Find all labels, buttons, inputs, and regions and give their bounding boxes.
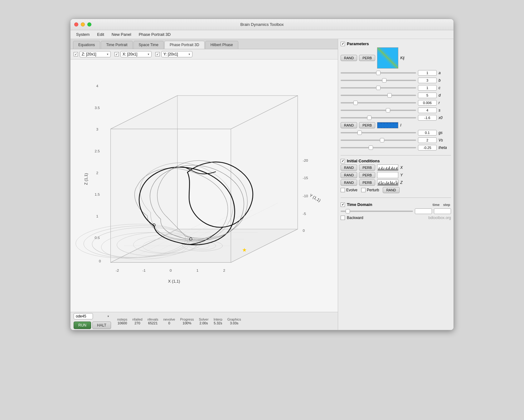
param-a-row: a xyxy=(341,70,451,76)
backward-checkbox[interactable] xyxy=(341,216,345,220)
time-value-input[interactable]: 100 xyxy=(415,208,432,214)
ic-x-row: RAND PERB xyxy=(341,165,451,171)
time-slider-area[interactable] xyxy=(341,208,413,214)
td-checkbox[interactable]: ✓ xyxy=(341,203,345,207)
z-axis-select[interactable]: Z: [20x1] xyxy=(80,51,111,57)
ic-rand-all-button[interactable]: RAND xyxy=(383,187,399,193)
z-axis-checkbox[interactable]: ✓ xyxy=(74,52,78,56)
ic-z-perb-button[interactable]: PERB xyxy=(359,179,375,186)
param-theta-slider-area[interactable] xyxy=(341,145,416,151)
plot-area[interactable]: 0 0.5 1 1.5 2 2.5 3 3.5 4 Z (1,1) -2 -1 xyxy=(70,60,338,312)
step-value-input[interactable]: 0.01 xyxy=(434,208,451,214)
perturb-checkbox[interactable] xyxy=(361,188,366,192)
ic-x-perb-button[interactable]: PERB xyxy=(359,165,375,171)
maximize-button[interactable] xyxy=(87,22,91,26)
y-axis-checkbox[interactable]: ✓ xyxy=(155,52,160,56)
param-x0-input[interactable] xyxy=(418,115,437,121)
svg-text:1: 1 xyxy=(96,214,98,218)
kij-matrix-preview[interactable] xyxy=(377,47,398,69)
svg-rect-97 xyxy=(386,167,387,170)
i-perb-button[interactable]: PERB xyxy=(359,122,375,128)
ic-y-rand-button[interactable]: RAND xyxy=(341,172,357,178)
ic-x-label: X xyxy=(400,165,403,170)
tab-equations[interactable]: Equations xyxy=(73,41,100,49)
minimize-button[interactable] xyxy=(81,22,85,26)
ic-z-label: Z xyxy=(400,180,402,185)
tab-hilbert-phase[interactable]: Hilbert Phase xyxy=(205,41,238,49)
svg-rect-73 xyxy=(390,123,390,128)
param-s-slider-area[interactable] xyxy=(341,107,416,113)
menu-system[interactable]: System xyxy=(73,31,93,38)
y-axis-select-wrapper: Y: [20x1] xyxy=(161,51,192,57)
param-b-slider-area[interactable] xyxy=(341,77,416,84)
svg-rect-60 xyxy=(382,123,382,128)
svg-rect-65 xyxy=(385,123,385,128)
svg-text:-5: -5 xyxy=(303,212,306,216)
svg-rect-131 xyxy=(397,183,397,185)
solver-select[interactable]: ode45 xyxy=(74,313,93,319)
svg-rect-91 xyxy=(381,168,381,170)
run-button[interactable]: RUN xyxy=(74,322,91,329)
halt-button[interactable]: HALT xyxy=(92,322,111,329)
ic-y-preview[interactable] xyxy=(377,172,398,178)
param-a-input[interactable] xyxy=(418,70,437,76)
param-c-slider-area[interactable] xyxy=(341,85,416,91)
ic-z-rand-button[interactable]: RAND xyxy=(341,179,357,186)
param-b-input[interactable] xyxy=(418,78,437,83)
ic-x-rand-button[interactable]: RAND xyxy=(341,165,357,171)
menu-phase-portrait-3d[interactable]: Phase Portrait 3D xyxy=(136,31,174,38)
param-perb-button[interactable]: PERB xyxy=(359,55,375,61)
close-button[interactable] xyxy=(74,22,78,26)
ic-y-perb-button[interactable]: PERB xyxy=(359,172,375,178)
tab-time-portrait[interactable]: Time Portrait xyxy=(101,41,133,49)
right-panel: ✓ Parameters RAND PERB xyxy=(338,39,454,330)
x-axis-select[interactable]: X: [20x1] xyxy=(120,51,152,57)
param-vs-input[interactable] xyxy=(418,137,437,143)
menu-new-panel[interactable]: New Panel xyxy=(109,31,134,38)
i-preview[interactable] xyxy=(377,122,398,128)
param-theta-input[interactable] xyxy=(418,145,437,150)
svg-rect-100 xyxy=(389,166,390,170)
param-r-slider-area[interactable] xyxy=(341,100,416,106)
titlebar: Brain Dynamics Toolbox xyxy=(70,19,454,30)
parameters-checkbox[interactable]: ✓ xyxy=(341,42,345,46)
svg-rect-56 xyxy=(379,123,380,128)
svg-rect-130 xyxy=(396,181,396,185)
param-gs-input[interactable] xyxy=(418,130,437,136)
y-axis-select[interactable]: Y: [20x1] xyxy=(161,51,192,57)
tab-phase-portrait-3d[interactable]: Phase Portrait 3D xyxy=(164,41,205,49)
param-gs-slider-area[interactable] xyxy=(341,130,416,136)
param-r-row: r xyxy=(341,100,451,106)
i-rand-button[interactable]: RAND xyxy=(341,122,357,128)
svg-rect-109 xyxy=(398,169,398,170)
svg-rect-99 xyxy=(388,168,389,170)
divider-2 xyxy=(341,198,451,198)
param-x0-slider-area[interactable] xyxy=(341,115,416,121)
param-d-input[interactable] xyxy=(418,93,437,98)
param-rand-button[interactable]: RAND xyxy=(341,55,357,61)
x-axis-checkbox[interactable]: ✓ xyxy=(114,52,119,56)
param-c-input[interactable] xyxy=(418,85,437,91)
menu-edit[interactable]: Edit xyxy=(94,31,107,38)
param-r-input[interactable] xyxy=(418,100,437,106)
ic-z-preview[interactable] xyxy=(377,179,398,186)
param-vs-slider-area[interactable] xyxy=(341,137,416,143)
param-a-slider-area[interactable] xyxy=(341,70,416,76)
evolve-checkbox[interactable] xyxy=(341,188,345,192)
ic-checkbox[interactable]: ✓ xyxy=(341,159,345,163)
svg-rect-118 xyxy=(385,183,385,185)
ic-x-preview[interactable] xyxy=(377,165,398,171)
param-s-input[interactable] xyxy=(418,107,437,113)
svg-rect-116 xyxy=(383,182,383,185)
param-d-slider-area[interactable] xyxy=(341,92,416,98)
svg-rect-119 xyxy=(386,184,386,185)
i-label: I xyxy=(400,123,401,127)
left-panel: Equations Time Portrait Space Time Phase… xyxy=(70,39,338,330)
svg-text:Z (1,1): Z (1,1) xyxy=(84,173,88,185)
svg-text:1.5: 1.5 xyxy=(95,192,100,196)
parameters-section: ✓ Parameters RAND PERB xyxy=(341,41,451,152)
svg-text:-10: -10 xyxy=(303,194,308,198)
svg-rect-86 xyxy=(398,123,398,128)
svg-text:0: 0 xyxy=(99,259,101,263)
tab-space-time[interactable]: Space Time xyxy=(133,41,164,49)
